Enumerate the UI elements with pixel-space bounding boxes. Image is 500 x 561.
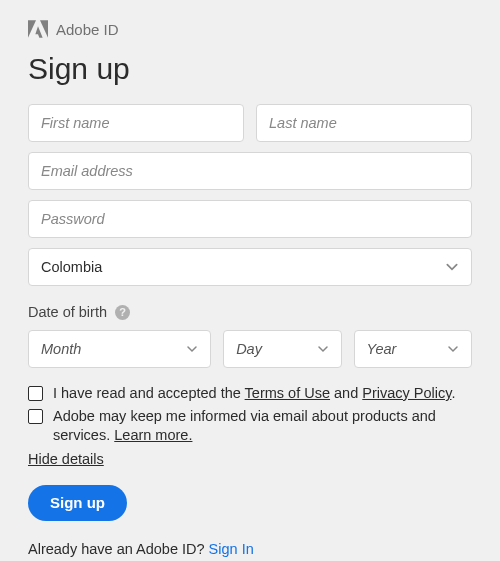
terms-of-use-link[interactable]: Terms of Use (245, 385, 330, 401)
password-field[interactable]: Password (28, 200, 472, 238)
sign-in-link[interactable]: Sign In (209, 541, 254, 557)
brand-label: Adobe ID (56, 21, 119, 38)
chevron-down-icon (445, 260, 459, 274)
email-field[interactable]: Email address (28, 152, 472, 190)
privacy-policy-link[interactable]: Privacy Policy (362, 385, 451, 401)
chevron-down-icon (186, 343, 198, 355)
sign-up-button[interactable]: Sign up (28, 485, 127, 521)
learn-more-link[interactable]: Learn more. (114, 427, 192, 443)
first-name-placeholder: First name (41, 115, 110, 131)
day-value: Day (236, 341, 262, 357)
last-name-field[interactable]: Last name (256, 104, 472, 142)
month-value: Month (41, 341, 81, 357)
dob-label: Date of birth (28, 304, 107, 320)
year-select[interactable]: Year (354, 330, 472, 368)
day-select[interactable]: Day (223, 330, 341, 368)
chevron-down-icon (317, 343, 329, 355)
adobe-logo-icon (28, 20, 48, 38)
email-placeholder: Email address (41, 163, 133, 179)
page-title: Sign up (28, 52, 472, 86)
country-select[interactable]: Colombia (28, 248, 472, 286)
footer: Already have an Adobe ID? Sign In (28, 541, 472, 557)
last-name-placeholder: Last name (269, 115, 337, 131)
month-select[interactable]: Month (28, 330, 211, 368)
marketing-checkbox[interactable] (28, 409, 43, 424)
country-value: Colombia (41, 259, 102, 275)
first-name-field[interactable]: First name (28, 104, 244, 142)
password-placeholder: Password (41, 211, 105, 227)
help-icon[interactable]: ? (115, 305, 130, 320)
header: Adobe ID (28, 20, 472, 38)
year-value: Year (367, 341, 397, 357)
terms-checkbox[interactable] (28, 386, 43, 401)
marketing-text: Adobe may keep me informed via email abo… (53, 407, 472, 446)
hide-details-link[interactable]: Hide details (28, 451, 104, 467)
terms-text: I have read and accepted the Terms of Us… (53, 384, 455, 404)
chevron-down-icon (447, 343, 459, 355)
